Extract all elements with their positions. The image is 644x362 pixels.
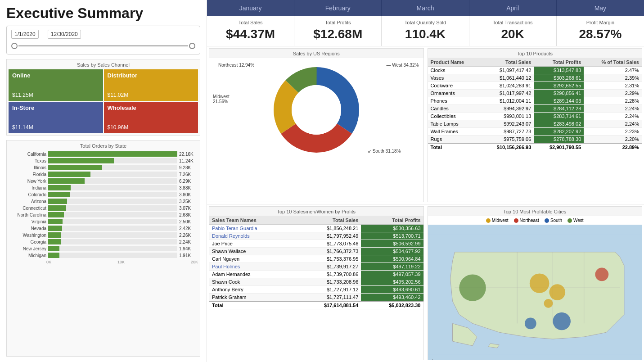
date-end[interactable]: 12/30/2020 xyxy=(48,30,81,39)
kpi-quantity-sold: Total Quantity Sold 110.4K xyxy=(382,16,469,46)
table-row: Cookware $1,024,283.91 $292,652.55 2.31% xyxy=(428,82,642,90)
bar-row: Texas 11.24K xyxy=(10,158,196,163)
legend-item: West xyxy=(567,218,584,223)
region-label-west: — West 34.32% xyxy=(386,63,419,68)
bar-row: California 22.16K xyxy=(10,151,196,157)
channel-online: Online $11.25M xyxy=(9,69,103,101)
kpi-row: Total Sales $44.37M Total Profits $12.68… xyxy=(207,16,644,46)
region-label-midwest: Midwest21.56% xyxy=(213,94,230,104)
bar-row: New Jersey 1.94K xyxy=(10,246,196,251)
bar-row: Georgia 2.24K xyxy=(10,239,196,244)
sales-by-channel-widget: Sales by Sales Channel Online $11.25M Di… xyxy=(6,59,200,136)
orders-title: Total Orders by State xyxy=(9,142,198,150)
legend-item: Northeast xyxy=(514,218,539,223)
svg-point-15 xyxy=(524,318,536,330)
list-item: Adam Hernandez $1,739,700.86 $497,057.39 xyxy=(209,271,423,278)
channel-wholesale: Wholesale $10.96M xyxy=(104,102,198,133)
table-row: Ornaments $1,017,997.42 $290,856.41 2.29… xyxy=(428,90,642,97)
salesmen-table: Sales Team Names Total Sales Total Profi… xyxy=(209,216,423,309)
list-item: Carl Nguyen $1,753,376.95 $500,964.84 xyxy=(209,255,423,263)
kpi-total-sales: Total Sales $44.37M xyxy=(207,16,294,46)
region-title: Sales by US Regions xyxy=(209,49,423,58)
top10-products-panel: Top 10 Products Product Name Total Sales… xyxy=(428,48,643,202)
terms-link[interactable]: Terms xyxy=(629,359,640,360)
products-title: Top 10 Products xyxy=(428,49,642,58)
tab-january[interactable]: January xyxy=(207,0,294,16)
bar-row: Washington 2.26K xyxy=(10,232,196,238)
top10-cities-panel: Top 10 Most Profitable Cities MidwestNor… xyxy=(428,206,643,360)
list-item: Shawn Cook $1,733,208.96 $495,202.56 xyxy=(209,278,423,286)
tab-march[interactable]: March xyxy=(382,0,469,16)
products-table: Product Name Total Sales Total Profits %… xyxy=(428,58,642,151)
table-row: Phones $1,012,004.11 $289,144.03 2.28% xyxy=(428,97,642,105)
bar-row: Illinois 9.28K xyxy=(10,165,196,170)
slider-track xyxy=(18,45,188,46)
tab-february[interactable]: February xyxy=(294,0,382,16)
svg-point-10 xyxy=(459,275,486,301)
list-item: Donald Reynolds $1,797,952.49 $513,700.7… xyxy=(209,232,423,240)
kpi-transactions: Total Transactions 20K xyxy=(469,16,557,46)
table-total-row: Total $10,156,266.93 $2,901,790.55 22.89… xyxy=(428,143,642,151)
bar-list: California 22.16K Texas 11.24K Illinois … xyxy=(9,150,198,259)
list-item: Pablo Teran Guardia $1,856,248.21 $530,3… xyxy=(209,225,423,232)
svg-point-14 xyxy=(553,312,571,330)
map-legend: MidwestNortheastSouthWest xyxy=(428,216,642,225)
table-row: Vases $1,061,440.12 $303,268.61 2.39% xyxy=(428,74,642,82)
channel-distributor: Distributor $11.02M xyxy=(104,69,198,101)
svg-point-16 xyxy=(544,299,553,308)
table-row: Candles $994,392.97 $284,112.28 2.24% xyxy=(428,105,642,113)
exec-title: Executive Summary xyxy=(6,5,200,21)
svg-point-4 xyxy=(292,85,341,135)
date-range-widget: 1/1/2020 12/30/2020 xyxy=(6,26,200,54)
cities-title: Top 10 Most Profitable Cities xyxy=(428,207,642,216)
channel-instore: In-Store $11.14M xyxy=(9,102,103,133)
tab-april[interactable]: April xyxy=(469,0,557,16)
salesmen-total-row: Total $17,614,881.54 $5,032,823.30 xyxy=(209,301,423,309)
table-row: Table Lamps $992,243.07 $283,498.02 2.24… xyxy=(428,120,642,128)
bar-row: North Carolina 2.68K xyxy=(10,212,196,217)
salesmen-panel: Top 10 Salesmen/Women by Profits Sales T… xyxy=(209,206,424,360)
tab-may[interactable]: May xyxy=(557,0,644,16)
orders-by-state-widget: Total Orders by State California 22.16K … xyxy=(6,140,200,357)
sales-by-region-panel: Sales by US Regions xyxy=(209,48,424,202)
bar-row: Colorado 3.80K xyxy=(10,192,196,197)
region-label-south: ↙ South 31.18% xyxy=(368,149,401,154)
slider-right-handle[interactable] xyxy=(189,43,195,49)
bing-credit: Bing xyxy=(430,359,438,360)
table-row: Rugs $975,759.06 $278,788.30 2.20% xyxy=(428,136,642,144)
legend-item: Midwest xyxy=(486,218,509,223)
table-row: Collectibles $993,001.13 $283,714.61 2.2… xyxy=(428,113,642,120)
bar-row: Michigan 1.91K xyxy=(10,253,196,258)
list-item: Patrick Graham $1,727,111.47 $493,460.42 xyxy=(209,294,423,302)
donut-chart xyxy=(267,60,366,159)
bar-row: Florida 7.26K xyxy=(10,172,196,177)
us-map-svg xyxy=(428,225,642,360)
legend-item: South xyxy=(545,218,562,223)
region-label-northeast: Northeast 12.94% xyxy=(218,63,254,68)
bar-row: Indiana 3.88K xyxy=(10,185,196,190)
table-row: Clocks $1,097,417.42 $313,547.83 2.47% xyxy=(428,67,642,74)
bar-row: Connecticut 3.07K xyxy=(10,205,196,211)
list-item: Shawn Wallace $1,766,372.73 $504,677.92 xyxy=(209,248,423,255)
channel-grid: Online $11.25M Distributor $11.02M In-St… xyxy=(9,69,198,133)
list-item: Joe Price $1,773,075.46 $506,592.99 xyxy=(209,240,423,248)
svg-point-13 xyxy=(595,268,608,281)
table-row: Wall Frames $987,727.73 $282,207.92 2.23… xyxy=(428,128,642,136)
bar-row: New York 6.29K xyxy=(10,178,196,184)
map-container: Bing Terms xyxy=(428,225,642,360)
bar-row: Nevada 2.42K xyxy=(10,226,196,231)
bar-row: Virginia 2.50K xyxy=(10,219,196,224)
date-start[interactable]: 1/1/2020 xyxy=(11,30,39,39)
list-item: Paul Holmes $1,739,917.27 $497,119.22 xyxy=(209,263,423,271)
bar-row: Arizona 3.25K xyxy=(10,199,196,204)
salesmen-title: Top 10 Salesmen/Women by Profits xyxy=(209,207,423,216)
slider-left-handle[interactable] xyxy=(11,43,18,49)
kpi-total-profits: Total Profits $12.68M xyxy=(294,16,382,46)
month-tabs: January February March April May xyxy=(207,0,644,16)
list-item: Anthony Berry $1,727,917.12 $493,690.61 xyxy=(209,286,423,294)
kpi-profit-margin: Profit Margin 28.57% xyxy=(557,16,644,46)
svg-point-12 xyxy=(549,285,565,301)
channel-title: Sales by Sales Channel xyxy=(9,61,198,69)
svg-point-11 xyxy=(529,274,549,294)
